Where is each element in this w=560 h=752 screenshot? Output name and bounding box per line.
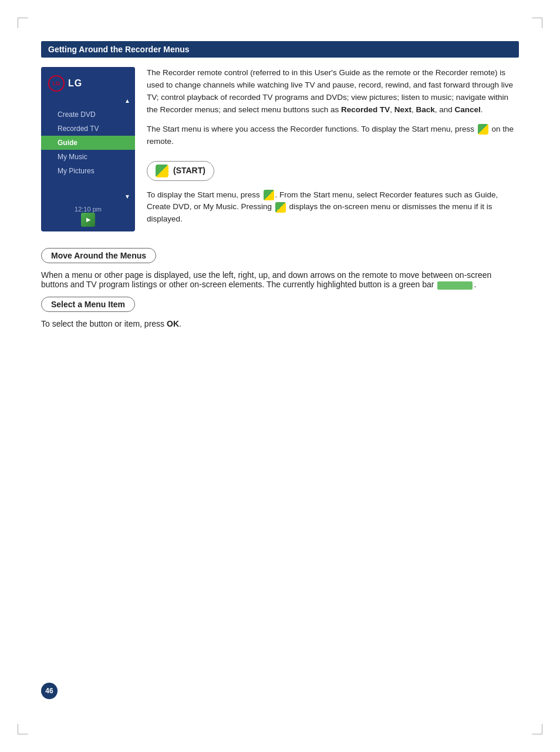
- sidebar-start-icon: ▶: [81, 213, 95, 227]
- bold-next: Next: [394, 105, 411, 114]
- menu-item-recorded-tv[interactable]: Recorded TV: [41, 122, 135, 136]
- main-layout: LG ▲ Create DVD Recorded TV Guide My Mus…: [41, 67, 519, 233]
- page-content: Getting Around the Recorder Menus LG ▲ C…: [41, 41, 519, 711]
- start-icon-inline-2: [264, 190, 274, 200]
- sidebar-time-area: 12:10 pm ▶: [41, 201, 135, 231]
- bold-recorded-tv: Recorded TV: [341, 105, 390, 114]
- start-button-box: (START): [147, 161, 214, 181]
- menu-item-my-music[interactable]: My Music: [41, 150, 135, 164]
- section-header-title: Getting Around the Recorder Menus: [48, 45, 190, 54]
- ok-label: OK: [167, 319, 179, 328]
- sidebar-time: 12:10 pm: [48, 206, 128, 213]
- sidebar-up-arrow: ▲: [41, 96, 135, 105]
- section-header: Getting Around the Recorder Menus: [41, 41, 519, 58]
- start-icon-large: [156, 164, 168, 177]
- lg-logo-text: LG: [68, 78, 82, 89]
- menu-sidebar-illustration: LG ▲ Create DVD Recorded TV Guide My Mus…: [41, 67, 135, 231]
- bold-back: Back: [416, 105, 435, 114]
- corner-mark-tl: [18, 18, 28, 28]
- corner-mark-br: [532, 724, 542, 734]
- page-number: 46: [41, 683, 58, 699]
- paragraph-select: To select the button or item, press OK.: [41, 319, 519, 328]
- sidebar-down-arrow: ▼: [41, 192, 135, 201]
- menu-item-create-dvd[interactable]: Create DVD: [41, 108, 135, 122]
- sub-section-move-around-title: Move Around the Menus: [51, 251, 146, 260]
- menu-item-my-pictures[interactable]: My Pictures: [41, 164, 135, 178]
- corner-mark-bl: [18, 724, 28, 734]
- sub-section-select-box: Select a Menu Item: [41, 297, 135, 312]
- bold-cancel: Cancel: [455, 105, 481, 114]
- move-around-section: Move Around the Menus When a menu or oth…: [41, 243, 519, 289]
- green-bar-example: [437, 281, 473, 290]
- corner-mark-tr: [532, 18, 542, 28]
- sub-section-select-title: Select a Menu Item: [51, 300, 125, 309]
- paragraph-3: To display the Start menu, press . From …: [147, 189, 519, 226]
- start-icon-inline-3: [275, 202, 286, 213]
- lg-logo-circle: [48, 75, 65, 92]
- sub-section-move-around-box: Move Around the Menus: [41, 248, 156, 263]
- paragraph-1: The Recorder remote control (referred to…: [147, 67, 519, 116]
- sidebar-menu-area: Create DVD Recorded TV Guide My Music My…: [41, 105, 135, 192]
- menu-item-guide[interactable]: Guide: [41, 136, 135, 150]
- paragraph-move-around: When a menu or other page is displayed, …: [41, 270, 519, 289]
- sidebar-logo-area: LG: [41, 67, 135, 96]
- content-area: The Recorder remote control (referred to…: [147, 67, 519, 233]
- paragraph-2: The Start menu is where you access the R…: [147, 123, 519, 148]
- select-menu-section: Select a Menu Item To select the button …: [41, 292, 519, 328]
- start-button-label: (START): [173, 164, 205, 177]
- start-icon-inline-1: [478, 124, 488, 135]
